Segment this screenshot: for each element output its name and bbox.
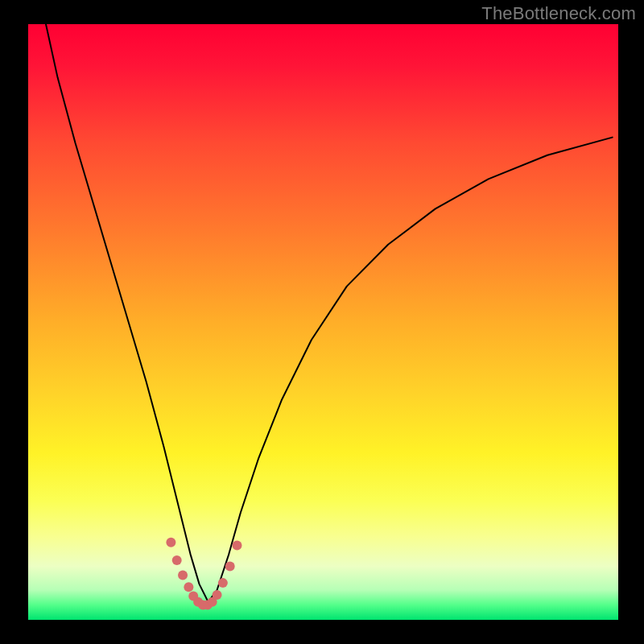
svg-point-11	[225, 561, 235, 571]
svg-point-2	[178, 571, 188, 580]
bottleneck-chart	[0, 0, 644, 644]
svg-point-9	[213, 590, 222, 600]
chart-frame: TheBottleneck.com	[0, 0, 644, 644]
watermark-text: TheBottleneck.com	[481, 3, 636, 24]
svg-point-12	[232, 541, 242, 551]
svg-point-3	[184, 582, 193, 592]
svg-point-1	[172, 555, 182, 565]
svg-point-10	[218, 578, 228, 588]
svg-point-0	[166, 538, 175, 547]
